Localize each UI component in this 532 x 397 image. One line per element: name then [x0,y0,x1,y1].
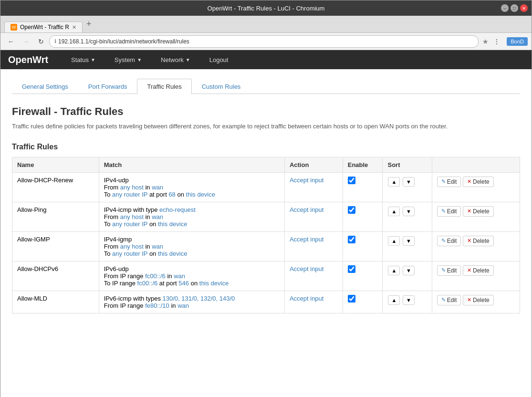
sort-down-button[interactable]: ▼ [403,295,415,305]
action-link[interactable]: Accept input [290,295,324,302]
enable-checkbox[interactable] [348,295,355,303]
bookmark-button[interactable]: ★ [482,38,489,45]
edit-button[interactable]: ✎ Edit [437,206,461,217]
match-type-link[interactable]: echo-request [159,206,196,213]
nav-item-logout[interactable]: Logout [206,54,232,65]
to-ip-link[interactable]: any router IP [112,220,147,228]
from-host-link[interactable]: any host [120,184,144,191]
sort-down-button[interactable]: ▼ [403,207,415,216]
url-bar[interactable]: ℹ 192.168.1.1/cgi-bin/luci/admin/network… [49,35,479,48]
action-link[interactable]: Accept input [290,206,324,213]
from-ip-link[interactable]: fc00::/6 [145,272,166,280]
from-zone-link[interactable]: wan [174,272,185,280]
from-host-link[interactable]: any host [120,213,144,220]
page-description: Traffic rules define policies for packet… [12,122,520,131]
to-device-link[interactable]: this device [199,280,229,287]
browser-tab-active[interactable]: W OpenWrt - Traffic R ✕ [4,21,83,32]
rule-actions: ✎ Edit ✕ Delete [432,231,520,261]
edit-icon: ✎ [441,178,446,185]
from-zone-link[interactable]: wan [152,243,163,250]
edit-icon: ✎ [441,208,446,214]
tab-close-button[interactable]: ✕ [72,24,76,31]
new-tab-button[interactable]: + [83,17,95,31]
page-title: Firewall - Traffic Rules [12,105,520,118]
to-device-link[interactable]: this device [186,191,215,198]
delete-button[interactable]: ✕ Delete [463,177,494,187]
from-zone-link[interactable]: wan [152,213,163,220]
browser-menu-button[interactable]: ⋮ [490,36,503,47]
enable-checkbox[interactable] [348,206,355,214]
nav-item-status[interactable]: Status ▼ [67,54,99,65]
delete-icon: ✕ [467,178,471,185]
maximize-button[interactable]: □ [511,4,518,12]
match-types-link[interactable]: 130/0, 131/0, 132/0, 143/0 [163,295,235,302]
sort-down-button[interactable]: ▼ [403,236,415,246]
sort-down-button[interactable]: ▼ [403,177,415,187]
rule-match: IPv4-icmp with type echo-request From an… [99,202,284,231]
to-ip-link[interactable]: any router IP [112,191,147,198]
nav-bar: ← → ↻ ℹ 192.168.1.1/cgi-bin/luci/admin/n… [0,33,532,50]
to-ip-link[interactable]: fc00::/6 [137,280,158,287]
rule-enable [343,261,383,291]
edit-button[interactable]: ✎ Edit [437,265,461,276]
enable-checkbox[interactable] [348,177,355,184]
url-text: 192.168.1.1/cgi-bin/luci/admin/network/f… [58,38,189,45]
rule-actions: ✎ Edit ✕ Delete [432,261,520,291]
rule-match: IPv4-igmp From any host in wan To any ro… [99,231,284,261]
enable-checkbox[interactable] [348,265,355,273]
delete-button[interactable]: ✕ Delete [463,206,494,217]
from-ip-link[interactable]: fe80::/10 [145,302,169,309]
to-port-link[interactable]: 68 [168,191,175,198]
rule-action: Accept input [284,231,343,261]
tab-custom-rules[interactable]: Custom Rules [192,79,251,94]
action-link[interactable]: Accept input [290,265,324,272]
lock-icon: ℹ [54,38,56,44]
rule-actions: ✎ Edit ✕ Delete [432,172,520,202]
to-ip-link[interactable]: any router IP [112,250,147,257]
delete-button[interactable]: ✕ Delete [463,295,494,305]
rule-action: Accept input [284,291,343,313]
delete-button[interactable]: ✕ Delete [463,265,494,276]
rule-sort: ▲ ▼ [383,231,432,261]
edit-button[interactable]: ✎ Edit [437,177,461,187]
from-zone-link[interactable]: wan [152,184,163,191]
bondi-button[interactable]: BonD [507,37,528,46]
match-from-line: From any host in wan [104,213,280,220]
rule-sort: ▲ ▼ [383,291,432,313]
sort-up-button[interactable]: ▲ [388,295,400,305]
edit-button[interactable]: ✎ Edit [437,295,461,305]
forward-button[interactable]: → [20,36,33,47]
brand-logo: OpenWrt [8,54,48,65]
enable-checkbox[interactable] [348,236,355,243]
sort-up-button[interactable]: ▲ [388,236,400,246]
from-host-link[interactable]: any host [120,243,144,250]
sort-up-button[interactable]: ▲ [388,266,400,275]
nav-item-system[interactable]: System ▼ [111,54,146,65]
tab-general-settings[interactable]: General Settings [12,79,78,94]
minimize-button[interactable]: – [501,4,509,12]
edit-button[interactable]: ✎ Edit [437,236,461,246]
sort-down-button[interactable]: ▼ [403,266,415,275]
match-to-line: To any router IP at port 68 on this devi… [104,191,280,198]
from-zone-link[interactable]: wan [177,302,189,309]
action-link[interactable]: Accept input [290,236,324,243]
back-button[interactable]: ← [4,36,18,47]
tab-port-forwards[interactable]: Port Forwards [78,79,137,94]
col-header-sort: Sort [383,157,432,172]
to-device-link[interactable]: this device [158,250,187,257]
to-port-link[interactable]: 546 [178,280,189,287]
rule-action: Accept input [284,202,343,231]
action-link[interactable]: Accept input [290,177,324,184]
to-device-link[interactable]: this device [158,220,187,228]
match-from-line: From any host in wan [104,184,280,191]
rule-actions: ✎ Edit ✕ Delete [432,202,520,231]
rule-action: Accept input [284,261,343,291]
edit-icon: ✎ [441,297,446,303]
delete-button[interactable]: ✕ Delete [463,236,494,246]
tab-traffic-rules[interactable]: Traffic Rules [137,79,191,94]
nav-item-network[interactable]: Network ▼ [157,54,194,65]
sort-up-button[interactable]: ▲ [388,207,400,216]
sort-up-button[interactable]: ▲ [388,177,400,187]
reload-button[interactable]: ↻ [35,36,47,47]
close-button[interactable]: ✕ [520,4,528,12]
